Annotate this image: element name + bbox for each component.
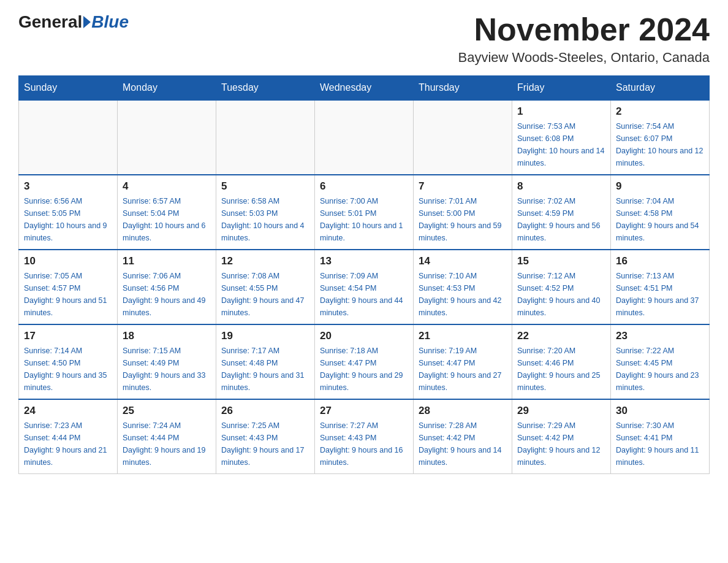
day-number: 1 [517, 105, 605, 118]
calendar-cell: 5Sunrise: 6:58 AMSunset: 5:03 PMDaylight… [216, 175, 315, 250]
calendar-cell: 17Sunrise: 7:14 AMSunset: 4:50 PMDayligh… [19, 324, 118, 399]
header: General Blue November 2024 Bayview Woods… [18, 12, 710, 66]
calendar-cell: 4Sunrise: 6:57 AMSunset: 5:04 PMDaylight… [118, 175, 216, 250]
calendar-cell [118, 100, 216, 175]
sun-info: Sunrise: 7:28 AMSunset: 4:42 PMDaylight:… [419, 419, 507, 469]
sun-info: Sunrise: 7:54 AMSunset: 6:07 PMDaylight:… [616, 120, 704, 169]
sun-info: Sunrise: 7:08 AMSunset: 4:55 PMDaylight:… [221, 270, 309, 319]
day-number: 4 [123, 180, 211, 193]
sun-info: Sunrise: 7:12 AMSunset: 4:52 PMDaylight:… [517, 270, 605, 319]
header-friday: Friday [512, 76, 611, 101]
sun-info: Sunrise: 7:05 AMSunset: 4:57 PMDaylight:… [24, 270, 112, 319]
calendar-cell: 30Sunrise: 7:30 AMSunset: 4:41 PMDayligh… [611, 399, 710, 474]
sun-info: Sunrise: 7:13 AMSunset: 4:51 PMDaylight:… [616, 270, 704, 319]
calendar-cell: 21Sunrise: 7:19 AMSunset: 4:47 PMDayligh… [414, 324, 512, 399]
calendar-cell: 9Sunrise: 7:04 AMSunset: 4:58 PMDaylight… [611, 175, 710, 250]
sun-info: Sunrise: 7:25 AMSunset: 4:43 PMDaylight:… [221, 419, 309, 469]
sun-info: Sunrise: 7:53 AMSunset: 6:08 PMDaylight:… [517, 120, 605, 169]
sun-info: Sunrise: 7:23 AMSunset: 4:44 PMDaylight:… [24, 419, 112, 469]
calendar-cell: 23Sunrise: 7:22 AMSunset: 4:45 PMDayligh… [611, 324, 710, 399]
day-number: 13 [320, 255, 408, 267]
day-number: 27 [320, 405, 408, 417]
sun-info: Sunrise: 7:20 AMSunset: 4:46 PMDaylight:… [517, 345, 605, 394]
calendar-cell: 25Sunrise: 7:24 AMSunset: 4:44 PMDayligh… [118, 399, 216, 474]
header-saturday: Saturday [611, 76, 710, 101]
day-number: 25 [123, 405, 211, 417]
week-row-5: 24Sunrise: 7:23 AMSunset: 4:44 PMDayligh… [19, 399, 710, 474]
sun-info: Sunrise: 7:02 AMSunset: 4:59 PMDaylight:… [517, 195, 605, 244]
sun-info: Sunrise: 7:17 AMSunset: 4:48 PMDaylight:… [221, 345, 309, 394]
calendar-cell: 13Sunrise: 7:09 AMSunset: 4:54 PMDayligh… [315, 250, 414, 324]
sun-info: Sunrise: 7:29 AMSunset: 4:42 PMDaylight:… [517, 419, 605, 469]
page-title: November 2024 [458, 12, 710, 47]
day-number: 12 [221, 255, 309, 267]
sun-info: Sunrise: 7:22 AMSunset: 4:45 PMDaylight:… [616, 345, 704, 394]
header-monday: Monday [118, 76, 216, 101]
day-number: 29 [517, 405, 605, 417]
sun-info: Sunrise: 7:09 AMSunset: 4:54 PMDaylight:… [320, 270, 408, 319]
calendar-cell: 20Sunrise: 7:18 AMSunset: 4:47 PMDayligh… [315, 324, 414, 399]
day-number: 21 [419, 330, 507, 342]
calendar-cell: 10Sunrise: 7:05 AMSunset: 4:57 PMDayligh… [19, 250, 118, 324]
day-number: 17 [24, 330, 112, 342]
header-wednesday: Wednesday [315, 76, 414, 101]
week-row-2: 3Sunrise: 6:56 AMSunset: 5:05 PMDaylight… [19, 175, 710, 250]
sun-info: Sunrise: 7:01 AMSunset: 5:00 PMDaylight:… [419, 195, 507, 244]
calendar-cell: 6Sunrise: 7:00 AMSunset: 5:01 PMDaylight… [315, 175, 414, 250]
day-number: 14 [419, 255, 507, 267]
day-number: 26 [221, 405, 309, 417]
calendar-table: Sunday Monday Tuesday Wednesday Thursday… [18, 75, 710, 474]
logo: General Blue [18, 12, 129, 32]
calendar-cell: 12Sunrise: 7:08 AMSunset: 4:55 PMDayligh… [216, 250, 315, 324]
calendar-cell [216, 100, 315, 175]
day-number: 19 [221, 330, 309, 342]
sun-info: Sunrise: 7:27 AMSunset: 4:43 PMDaylight:… [320, 419, 408, 469]
day-number: 18 [123, 330, 211, 342]
calendar-cell [315, 100, 414, 175]
sun-info: Sunrise: 7:06 AMSunset: 4:56 PMDaylight:… [123, 270, 211, 319]
sun-info: Sunrise: 7:04 AMSunset: 4:58 PMDaylight:… [616, 195, 704, 244]
sun-info: Sunrise: 7:14 AMSunset: 4:50 PMDaylight:… [24, 345, 112, 394]
calendar-cell: 2Sunrise: 7:54 AMSunset: 6:07 PMDaylight… [611, 100, 710, 175]
calendar-cell: 22Sunrise: 7:20 AMSunset: 4:46 PMDayligh… [512, 324, 611, 399]
week-row-4: 17Sunrise: 7:14 AMSunset: 4:50 PMDayligh… [19, 324, 710, 399]
calendar-cell: 3Sunrise: 6:56 AMSunset: 5:05 PMDaylight… [19, 175, 118, 250]
day-number: 16 [616, 255, 704, 267]
calendar-cell: 24Sunrise: 7:23 AMSunset: 4:44 PMDayligh… [19, 399, 118, 474]
calendar-cell: 7Sunrise: 7:01 AMSunset: 5:00 PMDaylight… [414, 175, 512, 250]
day-number: 24 [24, 405, 112, 417]
calendar-cell: 11Sunrise: 7:06 AMSunset: 4:56 PMDayligh… [118, 250, 216, 324]
day-number: 20 [320, 330, 408, 342]
sun-info: Sunrise: 7:00 AMSunset: 5:01 PMDaylight:… [320, 195, 408, 244]
header-tuesday: Tuesday [216, 76, 315, 101]
calendar-cell: 19Sunrise: 7:17 AMSunset: 4:48 PMDayligh… [216, 324, 315, 399]
day-number: 22 [517, 330, 605, 342]
day-number: 3 [24, 180, 112, 193]
sun-info: Sunrise: 7:30 AMSunset: 4:41 PMDaylight:… [616, 419, 704, 469]
calendar-cell: 28Sunrise: 7:28 AMSunset: 4:42 PMDayligh… [414, 399, 512, 474]
header-thursday: Thursday [414, 76, 512, 101]
weekday-header-row: Sunday Monday Tuesday Wednesday Thursday… [19, 76, 710, 101]
title-area: November 2024 Bayview Woods-Steeles, Ont… [458, 12, 710, 66]
week-row-1: 1Sunrise: 7:53 AMSunset: 6:08 PMDaylight… [19, 100, 710, 175]
logo-general-text: General [18, 12, 82, 32]
calendar-cell: 1Sunrise: 7:53 AMSunset: 6:08 PMDaylight… [512, 100, 611, 175]
day-number: 2 [616, 105, 704, 118]
calendar-cell [19, 100, 118, 175]
calendar-cell: 16Sunrise: 7:13 AMSunset: 4:51 PMDayligh… [611, 250, 710, 324]
day-number: 11 [123, 255, 211, 267]
day-number: 28 [419, 405, 507, 417]
sun-info: Sunrise: 7:18 AMSunset: 4:47 PMDaylight:… [320, 345, 408, 394]
day-number: 7 [419, 180, 507, 193]
sun-info: Sunrise: 7:15 AMSunset: 4:49 PMDaylight:… [123, 345, 211, 394]
calendar-cell: 27Sunrise: 7:27 AMSunset: 4:43 PMDayligh… [315, 399, 414, 474]
calendar-cell [414, 100, 512, 175]
calendar-cell: 14Sunrise: 7:10 AMSunset: 4:53 PMDayligh… [414, 250, 512, 324]
sun-info: Sunrise: 6:56 AMSunset: 5:05 PMDaylight:… [24, 195, 112, 244]
header-sunday: Sunday [19, 76, 118, 101]
calendar-cell: 29Sunrise: 7:29 AMSunset: 4:42 PMDayligh… [512, 399, 611, 474]
location-subtitle: Bayview Woods-Steeles, Ontario, Canada [458, 50, 710, 66]
sun-info: Sunrise: 6:58 AMSunset: 5:03 PMDaylight:… [221, 195, 309, 244]
day-number: 30 [616, 405, 704, 417]
logo-arrow-icon [83, 16, 91, 28]
